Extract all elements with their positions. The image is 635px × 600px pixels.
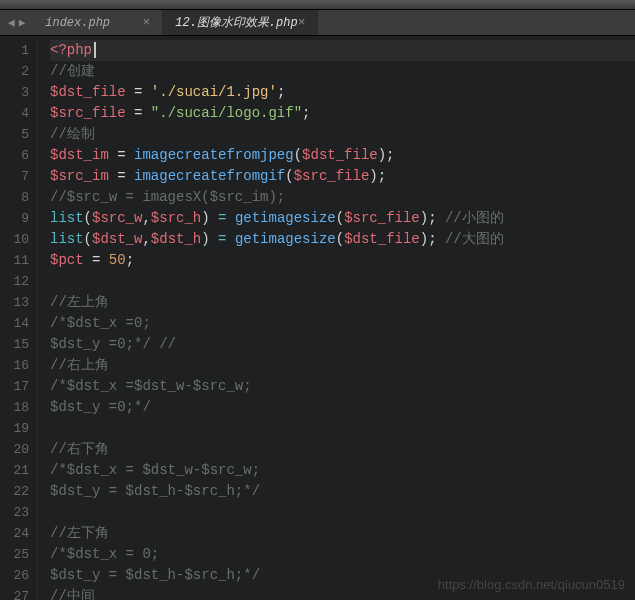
line-number: 17 <box>0 376 29 397</box>
tab-watermark-php[interactable]: 12.图像水印效果.php × <box>163 10 318 35</box>
line-number: 24 <box>0 523 29 544</box>
code-line: $pct = 50; <box>50 250 635 271</box>
watermark-text: https://blog.csdn.net/qiucun0519 <box>438 577 625 592</box>
titlebar: ◀ ▶ index.php × 12.图像水印效果.php × <box>0 10 635 36</box>
code-line: //左下角 <box>50 523 635 544</box>
code-line: list($dst_w,$dst_h) = getimagesize($dst_… <box>50 229 635 250</box>
line-number: 1 <box>0 40 29 61</box>
line-number: 27 <box>0 586 29 600</box>
line-number: 11 <box>0 250 29 271</box>
tab-bar: index.php × 12.图像水印效果.php × <box>33 10 318 35</box>
code-line: $src_file = "./sucai/logo.gif"; <box>50 103 635 124</box>
line-gutter: 1 2 3 4 5 6 7 8 9 10 11 12 13 14 15 16 1… <box>0 36 38 600</box>
line-number: 19 <box>0 418 29 439</box>
code-line: $dst_y = $dst_h-$src_h;*/ <box>50 481 635 502</box>
code-line: //$src_w = imagesX($src_im); <box>50 187 635 208</box>
line-number: 7 <box>0 166 29 187</box>
line-number: 21 <box>0 460 29 481</box>
line-number: 8 <box>0 187 29 208</box>
code-line: list($src_w,$src_h) = getimagesize($src_… <box>50 208 635 229</box>
code-line <box>50 271 635 292</box>
line-number: 10 <box>0 229 29 250</box>
line-number: 20 <box>0 439 29 460</box>
code-line: //绘制 <box>50 124 635 145</box>
code-area[interactable]: <?php //创建 $dst_file = './sucai/1.jpg'; … <box>38 36 635 600</box>
code-line: $dst_y =0;*/ // <box>50 334 635 355</box>
nav-back-icon[interactable]: ◀ <box>8 16 15 29</box>
code-line: //右上角 <box>50 355 635 376</box>
code-line: $src_im = imagecreatefromgif($src_file); <box>50 166 635 187</box>
window-top-border <box>0 0 635 10</box>
code-line: $dst_y =0;*/ <box>50 397 635 418</box>
line-number: 2 <box>0 61 29 82</box>
line-number: 13 <box>0 292 29 313</box>
close-icon[interactable]: × <box>298 15 306 30</box>
code-line <box>50 418 635 439</box>
code-line: /*$dst_x =$dst_w-$src_w; <box>50 376 635 397</box>
code-line: /*$dst_x = $dst_w-$src_w; <box>50 460 635 481</box>
editor: 1 2 3 4 5 6 7 8 9 10 11 12 13 14 15 16 1… <box>0 36 635 600</box>
line-number: 16 <box>0 355 29 376</box>
line-number: 6 <box>0 145 29 166</box>
code-line: <?php <box>50 40 635 61</box>
code-line <box>50 502 635 523</box>
code-line: /*$dst_x = 0; <box>50 544 635 565</box>
nav-arrows: ◀ ▶ <box>0 16 33 29</box>
code-line: $dst_file = './sucai/1.jpg'; <box>50 82 635 103</box>
nav-forward-icon[interactable]: ▶ <box>19 16 26 29</box>
code-line: $dst_im = imagecreatefromjpeg($dst_file)… <box>50 145 635 166</box>
line-number: 23 <box>0 502 29 523</box>
code-line: //左上角 <box>50 292 635 313</box>
tab-label: index.php <box>45 16 110 30</box>
line-number: 4 <box>0 103 29 124</box>
line-number: 14 <box>0 313 29 334</box>
code-line: //右下角 <box>50 439 635 460</box>
line-number: 15 <box>0 334 29 355</box>
line-number: 18 <box>0 397 29 418</box>
code-line: /*$dst_x =0; <box>50 313 635 334</box>
line-number: 3 <box>0 82 29 103</box>
line-number: 25 <box>0 544 29 565</box>
tab-index-php[interactable]: index.php × <box>33 10 163 35</box>
text-cursor <box>94 42 96 58</box>
line-number: 26 <box>0 565 29 586</box>
line-number: 5 <box>0 124 29 145</box>
line-number: 9 <box>0 208 29 229</box>
tab-label: 12.图像水印效果.php <box>175 14 297 31</box>
line-number: 22 <box>0 481 29 502</box>
line-number: 12 <box>0 271 29 292</box>
close-icon[interactable]: × <box>142 15 150 30</box>
code-line: //创建 <box>50 61 635 82</box>
